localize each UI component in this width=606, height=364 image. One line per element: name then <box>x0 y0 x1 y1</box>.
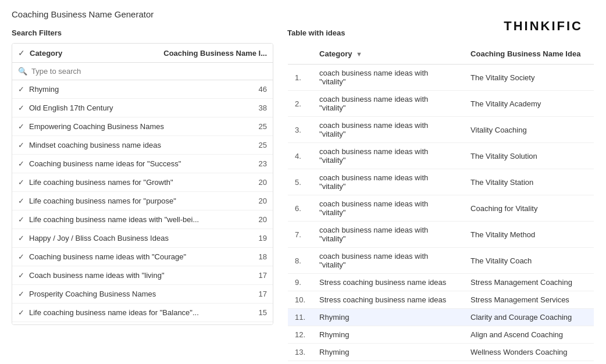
filter-row[interactable]: ✓Life coaching business names for "Growt… <box>12 173 273 192</box>
filter-list: ✓Rhyming46✓Old English 17th Century38✓Em… <box>12 80 273 324</box>
filter-check-icon: ✓ <box>18 252 24 261</box>
app-container: Coaching Business Name Generator THINKIF… <box>0 0 606 364</box>
filter-count: 15 <box>259 308 267 317</box>
filter-label: Life coaching business names for "purpos… <box>29 197 259 205</box>
main-layout: Search Filters ✓ Category Coaching Busin… <box>12 28 594 364</box>
filter-row[interactable]: ✓Coaching business name ideas with "Cour… <box>12 248 273 266</box>
row-category: Rhyming <box>312 344 464 361</box>
table-row: 6.coach business name ideas with "vitali… <box>288 195 594 222</box>
filter-count: 19 <box>259 234 267 242</box>
row-idea: The Vitality Method <box>464 222 594 248</box>
table-row: 9.Stress coaching business name ideasStr… <box>288 274 594 291</box>
filter-row[interactable]: ✓Mindset coaching business name ideas25 <box>12 136 273 155</box>
filter-check-icon: ✓ <box>18 85 24 94</box>
filter-check-icon: ✓ <box>18 234 24 242</box>
header-check-icon: ✓ <box>18 48 25 58</box>
row-category: Stress coaching business name ideas <box>312 291 464 309</box>
filter-label: Old English 17th Century <box>29 104 259 112</box>
filter-check-icon: ✓ <box>18 159 24 168</box>
table-row: 13.RhymingWellness Wonders Coaching <box>288 344 594 361</box>
row-idea: Stress Management Services <box>464 291 594 309</box>
filter-table-header: ✓ Category Coaching Business Name I... <box>12 44 273 63</box>
filter-count: 25 <box>259 122 267 131</box>
filter-check-icon: ✓ <box>18 271 24 280</box>
row-category: coach business name ideas with "vitality… <box>312 195 464 222</box>
filter-row[interactable]: ✓Prosperity Coaching Business Names17 <box>12 285 273 304</box>
table-row: 2.coach business name ideas with "vitali… <box>288 91 594 117</box>
row-num: 8. <box>288 248 313 274</box>
row-category: coach business name ideas with "vitality… <box>312 248 464 274</box>
row-category: coach business name ideas with "vitality… <box>312 91 464 117</box>
filter-count: 20 <box>259 215 267 224</box>
row-idea: Youthful and Yielding Coaching <box>464 361 594 365</box>
sort-arrow-icon: ▼ <box>356 51 362 58</box>
filter-row[interactable]: ✓Coach business name ideas with "living"… <box>12 266 273 285</box>
filter-label: Empowering Coaching Business Names <box>29 122 259 131</box>
filter-row[interactable]: ✓Happy / Joy / Bliss Coach Business Idea… <box>12 229 273 248</box>
filter-row[interactable]: ✓Old English 17th Century38 <box>12 99 273 117</box>
filter-label: Rhyming <box>29 85 259 94</box>
row-idea: The Vitality Coach <box>464 248 594 274</box>
table-row: 7.coach business name ideas with "vitali… <box>288 222 594 248</box>
filter-label: Coaching business name ideas with "Coura… <box>29 252 259 261</box>
table-header-category[interactable]: Category ▼ <box>312 44 464 65</box>
row-num: 4. <box>288 143 313 169</box>
row-num: 7. <box>288 222 313 248</box>
row-num: 11. <box>288 309 313 326</box>
filter-row[interactable]: ✓Life coaching business name ideas with … <box>12 210 273 229</box>
row-num: 13. <box>288 344 313 361</box>
filter-table: ✓ Category Coaching Business Name I... 🔍… <box>12 43 273 325</box>
row-num: 10. <box>288 291 313 309</box>
filter-label: Happy / Joy / Bliss Coach Business Ideas <box>29 234 259 242</box>
row-category: Rhyming <box>312 309 464 326</box>
filter-check-icon: ✓ <box>18 122 24 131</box>
filter-label: Coach business name ideas with "living" <box>29 271 259 280</box>
row-category: Rhyming <box>312 361 464 365</box>
filter-row[interactable]: ✓Empowering Coaching Business Names25 <box>12 117 273 136</box>
filter-row[interactable]: ✓Coaching business name ideas for "Succe… <box>12 155 273 173</box>
filter-label: Coaching business name ideas for "Succes… <box>29 159 259 168</box>
table-row: 14.RhymingYouthful and Yielding Coaching <box>288 361 594 365</box>
filter-check-icon: ✓ <box>18 215 24 224</box>
category-header-label: Category <box>319 49 352 58</box>
row-idea: Align and Ascend Coaching <box>464 326 594 344</box>
row-idea: Clarity and Courage Coaching <box>464 309 594 326</box>
filter-label: Life coaching business name ideas with "… <box>29 215 259 224</box>
ideas-table: Category ▼ Coaching Business Name Idea 1… <box>287 43 594 364</box>
table-row: 12.RhymingAlign and Ascend Coaching <box>288 326 594 344</box>
filter-row[interactable]: ✓Rhyming46 <box>12 80 273 99</box>
table-header-row: Category ▼ Coaching Business Name Idea <box>288 44 594 65</box>
table-row: 11.RhymingClarity and Courage Coaching <box>288 309 594 326</box>
app-title: Coaching Business Name Generator <box>12 9 594 19</box>
filter-count: 20 <box>259 178 267 187</box>
filter-label: Prosperity Coaching Business Names <box>29 290 259 298</box>
row-idea: The Vitality Academy <box>464 91 594 117</box>
search-input[interactable] <box>31 67 267 76</box>
table-row: 5.coach business name ideas with "vitali… <box>288 169 594 195</box>
filter-check-icon: ✓ <box>18 104 24 112</box>
filter-count: 17 <box>259 290 267 298</box>
row-num: 1. <box>288 65 313 91</box>
filter-row[interactable]: ✓Coach business <box>12 322 273 324</box>
filter-count: 25 <box>259 141 267 149</box>
filter-row[interactable]: ✓Life coaching business name ideas for "… <box>12 304 273 322</box>
filter-label: Life coaching business names for "Growth… <box>29 178 259 187</box>
filter-count: 23 <box>259 159 267 168</box>
row-idea: Coaching for Vitality <box>464 195 594 222</box>
filter-check-icon: ✓ <box>18 197 24 205</box>
row-idea: Vitality Coaching <box>464 117 594 143</box>
table-row: 10.Stress coaching business name ideasSt… <box>288 291 594 309</box>
filter-label: Mindset coaching business name ideas <box>29 141 259 149</box>
right-panel: Table with ideas Category ▼ Coaching Bus… <box>287 28 594 364</box>
row-idea: The Vitality Solution <box>464 143 594 169</box>
filter-check-icon: ✓ <box>18 141 24 149</box>
row-num: 2. <box>288 91 313 117</box>
row-idea: Wellness Wonders Coaching <box>464 344 594 361</box>
filter-row[interactable]: ✓Life coaching business names for "purpo… <box>12 192 273 210</box>
left-panel: Search Filters ✓ Category Coaching Busin… <box>12 28 273 364</box>
row-idea: The Vitality Station <box>464 169 594 195</box>
filter-count: 17 <box>259 271 267 280</box>
row-category: coach business name ideas with "vitality… <box>312 143 464 169</box>
row-category: Rhyming <box>312 326 464 344</box>
row-idea: Stress Management Coaching <box>464 274 594 291</box>
